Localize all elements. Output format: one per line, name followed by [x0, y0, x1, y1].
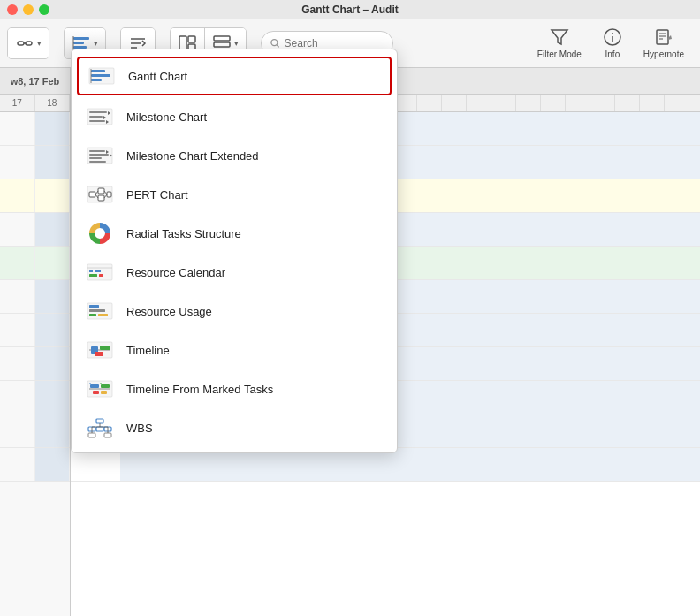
svg-rect-75: [90, 384, 99, 388]
left-row-10: [0, 414, 70, 448]
maximize-button[interactable]: [39, 4, 49, 15]
svg-rect-42: [89, 157, 102, 159]
left-row-11: [0, 448, 70, 482]
window-title: Gantt Chart – Audit: [301, 4, 399, 16]
wbs-icon: [86, 414, 114, 442]
svg-rect-64: [89, 305, 99, 308]
svg-rect-49: [98, 195, 104, 201]
dropdown-item-milestone[interactable]: Milestone Chart: [72, 97, 397, 136]
svg-rect-3: [73, 37, 89, 40]
title-bar: Gantt Chart – Audit: [0, 0, 700, 19]
left-row-9: [0, 381, 70, 414]
chart-type-dropdown[interactable]: Gantt Chart Milestone Chart: [71, 49, 398, 453]
hypernote-icon: [654, 27, 673, 47]
svg-rect-86: [104, 433, 111, 437]
view-chevron: ▾: [94, 39, 98, 48]
svg-rect-40: [89, 150, 105, 152]
dropdown-item-milestone-ext[interactable]: Milestone Chart Extended: [72, 136, 397, 175]
timeline-marked-label: Timeline From Marked Tasks: [126, 383, 273, 396]
search-icon: [270, 38, 280, 49]
day-24: [640, 95, 665, 111]
layout2-chevron: ▾: [234, 39, 239, 48]
left-row-3: [0, 179, 70, 213]
left-week-label: w8, 17 Feb: [11, 76, 60, 87]
timeline-icon: [86, 336, 114, 364]
day-18: [491, 95, 516, 111]
svg-rect-47: [89, 192, 95, 197]
hypernote-button[interactable]: Hypernote: [635, 19, 693, 68]
svg-rect-29: [91, 74, 110, 77]
svg-rect-50: [107, 192, 111, 197]
left-row-6: [0, 280, 70, 314]
hypernote-label: Hypernote: [643, 49, 684, 59]
left-week-header: w8, 17 Feb: [0, 68, 70, 95]
day-25: [665, 95, 689, 111]
left-row-7: [0, 314, 70, 347]
dropdown-item-resource-calendar[interactable]: Resource Calendar: [72, 253, 397, 292]
gantt-chart-dropdown-icon: [88, 62, 116, 90]
dropdown-item-resource-usage[interactable]: Resource Usage: [72, 292, 397, 331]
svg-rect-23: [657, 30, 668, 44]
svg-rect-33: [89, 111, 107, 113]
radial-tasks-icon: [86, 219, 114, 247]
minimize-button[interactable]: [23, 4, 34, 15]
dropdown-item-timeline[interactable]: Timeline: [72, 331, 397, 369]
svg-rect-83: [96, 427, 103, 431]
svg-point-17: [271, 40, 278, 46]
day-16: [442, 95, 467, 111]
pert-chart-label: PERT Chart: [126, 188, 188, 202]
svg-rect-61: [89, 274, 97, 277]
svg-rect-78: [101, 391, 107, 394]
dropdown-item-radial[interactable]: Radial Tasks Structure: [72, 214, 397, 253]
left-days-row: 17 18: [0, 95, 70, 112]
svg-rect-60: [95, 270, 101, 272]
left-row-2: [0, 146, 70, 179]
svg-rect-4: [73, 42, 84, 44]
gantt-chart-label: Gantt Chart: [128, 70, 187, 83]
resource-usage-label: Resource Usage: [126, 305, 212, 318]
svg-rect-15: [214, 42, 230, 47]
day-23: [615, 95, 640, 111]
filter-icon: [550, 27, 569, 47]
svg-rect-85: [88, 433, 95, 437]
info-icon: [603, 27, 622, 47]
svg-point-56: [96, 230, 103, 237]
svg-point-21: [612, 33, 613, 34]
left-row-1: [0, 112, 70, 146]
svg-rect-72: [95, 352, 103, 356]
dropdown-item-timeline-marked[interactable]: Timeline From Marked Tasks: [72, 369, 397, 408]
svg-rect-35: [89, 120, 105, 122]
left-row-5: [0, 247, 70, 280]
milestone-chart-label: Milestone Chart: [126, 110, 207, 124]
svg-rect-34: [89, 116, 103, 118]
svg-rect-81: [96, 419, 103, 423]
window-controls[interactable]: [7, 4, 49, 15]
link-chevron: ▾: [37, 39, 42, 48]
filter-mode-button[interactable]: Filter Mode: [529, 19, 590, 68]
svg-rect-28: [91, 70, 105, 72]
svg-line-18: [277, 45, 279, 48]
close-button[interactable]: [7, 4, 18, 15]
svg-rect-0: [18, 42, 24, 45]
day-21: [566, 95, 590, 111]
left-day-18: 18: [35, 95, 71, 111]
dropdown-item-pert[interactable]: PERT Chart: [72, 175, 397, 214]
svg-rect-43: [89, 161, 106, 163]
milestone-ext-label: Milestone Chart Extended: [126, 149, 259, 163]
info-button[interactable]: Info: [594, 19, 631, 68]
search-input[interactable]: [285, 37, 384, 49]
svg-rect-48: [98, 188, 104, 194]
left-row-8: [0, 347, 70, 381]
svg-rect-67: [98, 314, 108, 316]
svg-marker-19: [552, 30, 567, 44]
svg-rect-14: [214, 36, 230, 41]
day-19: [516, 95, 541, 111]
dropdown-item-wbs[interactable]: WBS: [72, 408, 397, 447]
svg-rect-77: [93, 391, 99, 394]
link-button[interactable]: ▾: [8, 28, 49, 58]
milestone-ext-icon: [86, 141, 114, 170]
dropdown-item-gantt-chart[interactable]: Gantt Chart: [77, 57, 392, 95]
gantt-left-panel: w8, 17 Feb 17 18: [0, 68, 71, 616]
svg-rect-1: [26, 42, 32, 45]
wbs-label: WBS: [126, 422, 153, 435]
